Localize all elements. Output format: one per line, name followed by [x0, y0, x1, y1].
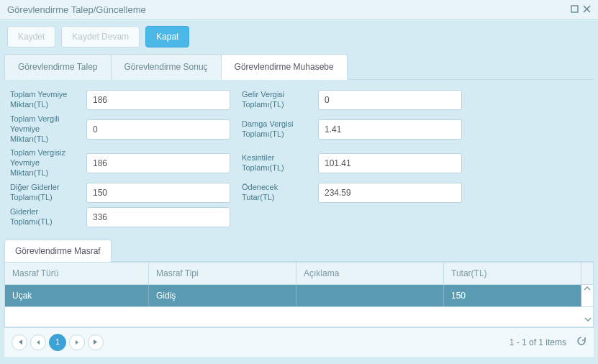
toolbar: Kaydet Kaydet Devam Kapat [0, 20, 598, 53]
save-continue-button[interactable]: Kaydet Devam [61, 26, 140, 47]
cell-amount: 150 [444, 285, 581, 306]
cell-description [296, 285, 444, 306]
table-row[interactable]: Uçak Gidiş 150 [5, 285, 593, 307]
maximize-icon[interactable] [571, 5, 579, 15]
main-tabs: Görevlendirme Talep Görevlendirme Sonuç … [4, 53, 594, 80]
chevron-up-icon [584, 285, 591, 292]
col-expense-type[interactable]: Masraf Türü [5, 263, 149, 284]
grid-footer: 1 1 - 1 of 1 items [4, 327, 594, 357]
tab-expense[interactable]: Görevlendirme Masraf [4, 240, 112, 262]
expense-tabs: Görevlendirme Masraf [4, 239, 594, 262]
input-expenses-total[interactable] [86, 207, 230, 227]
input-stamp-tax[interactable] [318, 119, 462, 140]
pager-prev[interactable] [30, 335, 46, 350]
pager-last[interactable] [88, 335, 104, 350]
grid-header: Masraf Türü Masraf Tipi Açıklama Tutar(T… [5, 263, 593, 285]
svg-rect-0 [571, 6, 578, 12]
close-icon[interactable] [583, 5, 591, 15]
input-total-daily[interactable] [86, 90, 230, 110]
col-expense-kind[interactable]: Masraf Tipi [149, 263, 296, 284]
save-button[interactable]: Kaydet [7, 26, 55, 47]
tab-request[interactable]: Görevlendirme Talep [4, 54, 112, 80]
pager-status: 1 - 1 of 1 items [509, 337, 566, 347]
label-other-expenses: Diğer Giderler Toplamı(TL) [10, 183, 75, 203]
pager-page[interactable]: 1 [49, 334, 66, 351]
label-stamp-tax: Damga Vergisi Toplamı(TL) [242, 119, 307, 140]
label-total-daily: Toplam Yevmiye Miktarı(TL) [10, 90, 75, 110]
tab-accounting[interactable]: Görevlendirme Muhasebe [221, 54, 348, 80]
pager-first[interactable] [12, 335, 27, 350]
input-other-expenses[interactable] [86, 183, 230, 203]
label-total-taxed: Toplam Vergili Yevmiye Miktarı(TL) [10, 114, 75, 144]
scrollbar[interactable] [581, 285, 593, 306]
label-income-tax: Gelir Vergisi Toplamı(TL) [242, 90, 307, 110]
cell-expense-kind: Gidiş [149, 285, 296, 306]
label-payable: Ödenecek Tutar(TL) [242, 183, 307, 203]
refresh-icon[interactable] [576, 336, 586, 348]
input-total-untaxed[interactable] [86, 153, 230, 173]
input-payable[interactable] [318, 183, 462, 203]
dialog-window: Görevlendirme Talep/Güncelleme Kaydet Ka… [0, 0, 598, 364]
cell-expense-type: Uçak [5, 285, 149, 306]
label-total-untaxed: Toplam Vergisiz Yevmiye Miktarı(TL) [10, 148, 75, 178]
input-deductions[interactable] [318, 153, 462, 173]
col-description[interactable]: Açıklama [296, 263, 444, 284]
title-bar: Görevlendirme Talep/Güncelleme [0, 0, 598, 20]
input-total-taxed[interactable] [86, 119, 230, 140]
input-income-tax[interactable] [318, 90, 462, 110]
label-expenses-total: Giderler Toplamı(TL) [10, 207, 75, 227]
label-deductions: Kesintiler Toplamı(TL) [242, 153, 307, 173]
pager: 1 [12, 334, 104, 351]
accounting-panel: Toplam Yevmiye Miktarı(TL) Gelir Vergisi… [0, 80, 598, 233]
chevron-down-icon[interactable] [584, 315, 592, 325]
close-button[interactable]: Kapat [145, 26, 189, 47]
pager-next[interactable] [69, 335, 85, 350]
tab-result[interactable]: Görevlendirme Sonuç [111, 54, 222, 80]
col-amount[interactable]: Tutar(TL) [444, 263, 581, 284]
window-title: Görevlendirme Talep/Güncelleme [7, 4, 146, 15]
expense-grid: Masraf Türü Masraf Tipi Açıklama Tutar(T… [4, 262, 594, 327]
